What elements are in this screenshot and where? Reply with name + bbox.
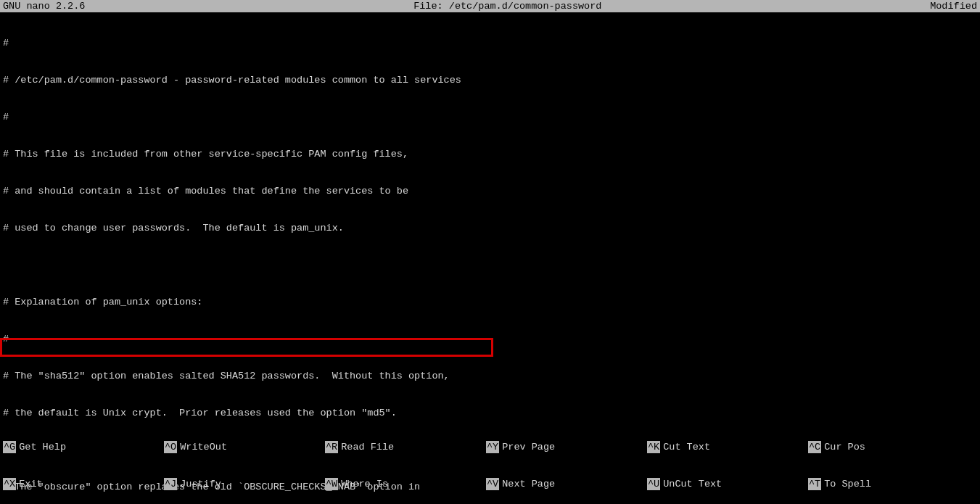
shortcut-label: Next Page (502, 478, 555, 490)
shortcut-label: WriteOut (180, 441, 227, 453)
shortcut-label: Where Is (341, 478, 388, 490)
shortcut-prev-page[interactable]: ^YPrev Page (486, 441, 647, 453)
shortcut-key: ^C (808, 441, 821, 453)
shortcut-writeout[interactable]: ^OWriteOut (164, 441, 325, 453)
shortcut-row-2: ^XExit ^JJustify ^WWhere Is ^VNext Page … (3, 478, 977, 490)
file-line (3, 259, 977, 271)
shortcut-label: UnCut Text (663, 478, 722, 490)
shortcut-label: Exit (19, 478, 42, 490)
shortcut-cur-pos[interactable]: ^CCur Pos (808, 441, 969, 453)
shortcut-to-spell[interactable]: ^TTo Spell (808, 478, 969, 490)
shortcut-key: ^Y (486, 441, 499, 453)
shortcut-cut-text[interactable]: ^KCut Text (647, 441, 808, 453)
file-path: File: /etc/pam.d/common-password (413, 0, 601, 12)
file-line: # The "sha512" option enables salted SHA… (3, 370, 977, 382)
file-line: # (3, 37, 977, 49)
shortcut-key: ^G (3, 441, 16, 453)
shortcut-row-1: ^GGet Help ^OWriteOut ^RRead File ^YPrev… (3, 441, 977, 453)
shortcut-label: Justify (180, 478, 221, 490)
shortcut-key: ^J (164, 478, 177, 490)
shortcut-label: Cut Text (663, 441, 710, 453)
file-line: # (3, 333, 977, 345)
file-line: # and should contain a list of modules t… (3, 185, 977, 197)
shortcut-key: ^U (647, 478, 660, 490)
shortcut-label: To Spell (824, 478, 871, 490)
shortcut-bar: ^GGet Help ^OWriteOut ^RRead File ^YPrev… (0, 416, 980, 504)
shortcut-exit[interactable]: ^XExit (3, 478, 164, 490)
file-line: # This file is included from other servi… (3, 148, 977, 160)
shortcut-key: ^W (325, 478, 338, 490)
shortcut-justify[interactable]: ^JJustify (164, 478, 325, 490)
shortcut-label: Cur Pos (824, 441, 865, 453)
shortcut-label: Prev Page (502, 441, 555, 453)
shortcut-key: ^T (808, 478, 821, 490)
file-line: # /etc/pam.d/common-password - password-… (3, 74, 977, 86)
shortcut-key: ^V (486, 478, 499, 490)
modified-flag: Modified (930, 0, 977, 12)
app-name: GNU nano 2.2.6 (3, 0, 85, 12)
shortcut-uncut-text[interactable]: ^UUnCut Text (647, 478, 808, 490)
shortcut-get-help[interactable]: ^GGet Help (3, 441, 164, 453)
shortcut-key: ^O (164, 441, 177, 453)
shortcut-label: Read File (341, 441, 394, 453)
shortcut-key: ^R (325, 441, 338, 453)
shortcut-label: Get Help (19, 441, 66, 453)
shortcut-key: ^X (3, 478, 16, 490)
shortcut-read-file[interactable]: ^RRead File (325, 441, 486, 453)
shortcut-next-page[interactable]: ^VNext Page (486, 478, 647, 490)
header-bar: GNU nano 2.2.6 File: /etc/pam.d/common-p… (0, 0, 980, 12)
shortcut-key: ^K (647, 441, 660, 453)
shortcut-where-is[interactable]: ^WWhere Is (325, 478, 486, 490)
file-line: # used to change user passwords. The def… (3, 222, 977, 234)
file-line: # Explanation of pam_unix options: (3, 296, 977, 308)
file-line: # (3, 111, 977, 123)
